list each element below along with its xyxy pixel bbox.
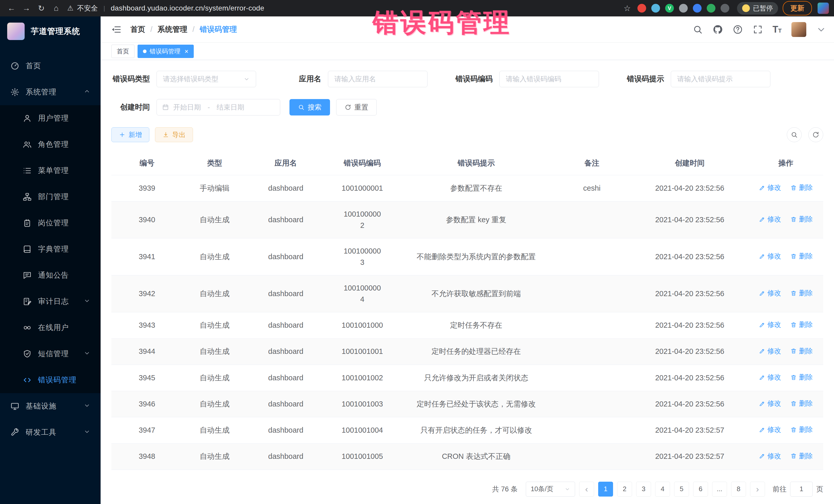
browser-extension-icon[interactable] — [707, 4, 716, 13]
breadcrumb-item[interactable]: 系统管理 — [158, 24, 187, 35]
delete-button[interactable]: 删除 — [790, 372, 813, 382]
sidebar-logo-row[interactable]: 芋道管理系统 — [0, 17, 101, 46]
browser-extension-icon[interactable] — [693, 4, 702, 13]
tab-错误码管理[interactable]: 错误码管理× — [137, 45, 194, 58]
end-date-placeholder: 结束日期 — [217, 103, 244, 112]
sidebar-item-4[interactable]: 菜单管理 — [0, 158, 101, 184]
delete-button[interactable]: 删除 — [790, 251, 813, 262]
page-button-3[interactable]: 3 — [636, 482, 651, 497]
delete-button[interactable]: 删除 — [790, 182, 813, 193]
help-icon[interactable] — [733, 24, 743, 35]
reset-button[interactable]: 重置 — [336, 99, 377, 115]
browser-home-icon[interactable]: ⌂ — [50, 2, 63, 15]
delete-button[interactable]: 删除 — [790, 424, 813, 435]
tab-首页[interactable]: 首页 — [111, 45, 134, 58]
close-icon[interactable]: × — [184, 48, 188, 54]
sidebar-item-9[interactable]: 审计日志 — [0, 288, 101, 314]
toggle-search-button[interactable] — [787, 127, 802, 142]
page-button-...[interactable]: ... — [712, 482, 727, 497]
edit-icon — [759, 216, 765, 222]
sidebar-item-6[interactable]: 岗位管理 — [0, 210, 101, 236]
refresh-table-button[interactable] — [808, 127, 823, 142]
error-code-input[interactable] — [499, 71, 599, 87]
browser-update-button[interactable]: 更新 — [783, 1, 812, 15]
error-type-select[interactable]: 请选择错误码类型 — [156, 71, 256, 87]
browser-extension-icon[interactable] — [637, 4, 646, 13]
sidebar-fold-icon[interactable] — [111, 24, 122, 35]
sidebar-item-1[interactable]: 系统管理 — [0, 79, 101, 105]
edit-button[interactable]: 修改 — [759, 346, 781, 356]
chevron-down-icon[interactable] — [816, 24, 826, 35]
breadcrumb-item[interactable]: 首页 — [130, 24, 145, 35]
delete-button[interactable]: 删除 — [790, 288, 813, 299]
page-button-2[interactable]: 2 — [617, 482, 632, 497]
export-button[interactable]: 导出 — [155, 127, 193, 142]
edit-button[interactable]: 修改 — [759, 320, 781, 330]
devtools-icon — [10, 428, 20, 437]
address-bar[interactable]: ⚠ 不安全 | dashboard.yudao.iocoder.cn/syste… — [67, 4, 264, 13]
app-name-input[interactable] — [328, 71, 427, 87]
header-search-icon[interactable] — [693, 24, 703, 35]
delete-button[interactable]: 删除 — [790, 451, 813, 461]
delete-button[interactable]: 删除 — [790, 214, 813, 224]
edit-icon — [759, 290, 765, 297]
edit-button[interactable]: 修改 — [759, 451, 781, 461]
breadcrumb-item[interactable]: 错误码管理 — [200, 24, 237, 35]
error-hint-input[interactable] — [671, 71, 770, 87]
goto-page-input[interactable] — [790, 482, 813, 497]
browser-reload-icon[interactable]: ↻ — [35, 2, 48, 15]
edit-button[interactable]: 修改 — [759, 182, 781, 193]
user-avatar[interactable] — [791, 22, 806, 37]
add-button[interactable]: 新增 — [111, 127, 149, 142]
page-button-4[interactable]: 4 — [655, 482, 670, 497]
profile-paused-badge[interactable]: 已暂停 — [737, 2, 778, 15]
sidebar-item-12-active[interactable]: 错误码管理 — [0, 367, 101, 393]
cell-create-time: 2021-04-20 23:52:57 — [631, 443, 749, 469]
sidebar-item-label: 审计日志 — [38, 297, 69, 307]
prev-page-button[interactable]: ‹ — [579, 482, 594, 497]
browser-extension-icon[interactable]: V — [665, 4, 674, 13]
browser-forward-icon[interactable]: → — [20, 2, 33, 15]
browser-extension-icon[interactable] — [721, 4, 729, 13]
browser-extension-icon[interactable] — [651, 4, 660, 13]
edit-button[interactable]: 修改 — [759, 288, 781, 299]
sidebar-item-11[interactable]: 短信管理 — [0, 341, 101, 367]
edit-button[interactable]: 修改 — [759, 251, 781, 262]
github-icon[interactable] — [712, 24, 723, 35]
fullscreen-icon[interactable] — [753, 24, 763, 35]
page-size-select[interactable]: 10条/页 — [526, 482, 575, 497]
page-button-1[interactable]: 1 — [598, 482, 613, 497]
sidebar-item-8[interactable]: 通知公告 — [0, 262, 101, 288]
filter-label-hint: 错误码提示 — [626, 74, 664, 84]
range-separator: - — [207, 104, 210, 111]
edit-button[interactable]: 修改 — [759, 214, 781, 224]
sidebar-item-14[interactable]: 研发工具 — [0, 419, 101, 445]
bookmark-star-icon[interactable]: ☆ — [623, 4, 631, 13]
edit-button[interactable]: 修改 — [759, 424, 781, 435]
page-button-8[interactable]: 8 — [731, 482, 746, 497]
page-button-5[interactable]: 5 — [674, 482, 689, 497]
browser-back-icon[interactable]: ← — [5, 2, 18, 15]
sidebar-item-2[interactable]: 用户管理 — [0, 105, 101, 131]
sidebar-item-7[interactable]: 字典管理 — [0, 236, 101, 262]
edit-button[interactable]: 修改 — [759, 398, 781, 409]
edit-icon — [759, 453, 765, 459]
font-size-icon[interactable]: TT — [773, 24, 782, 35]
sidebar-item-5[interactable]: 部门管理 — [0, 184, 101, 210]
edit-button[interactable]: 修改 — [759, 372, 781, 382]
browser-extension-icon[interactable] — [679, 4, 688, 13]
date-range-picker[interactable]: 开始日期 - 结束日期 — [156, 99, 280, 115]
next-page-button[interactable]: › — [750, 482, 765, 497]
cell-error-hint: 定时任务已经处于该状态，无需修改 — [399, 391, 552, 417]
delete-button[interactable]: 删除 — [790, 346, 813, 356]
delete-button[interactable]: 删除 — [790, 398, 813, 409]
browser-profile-avatar[interactable] — [817, 3, 829, 14]
sidebar-item-13[interactable]: 基础设施 — [0, 393, 101, 419]
sidebar-item-0[interactable]: 首页 — [0, 53, 101, 79]
announcement-icon — [23, 271, 32, 280]
sidebar-item-3[interactable]: 角色管理 — [0, 131, 101, 158]
sidebar-item-10[interactable]: 在线用户 — [0, 314, 101, 341]
page-button-6[interactable]: 6 — [693, 482, 708, 497]
delete-button[interactable]: 删除 — [790, 320, 813, 330]
search-button[interactable]: 搜索 — [289, 99, 330, 115]
